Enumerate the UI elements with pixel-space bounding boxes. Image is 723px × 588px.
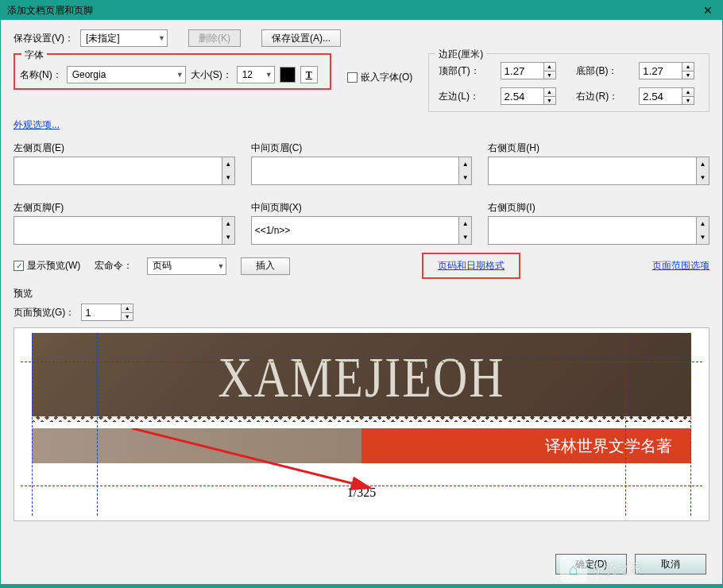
spinner-up-icon[interactable]: ▲ — [544, 63, 555, 72]
margin-top-label: 顶部(T)： — [439, 64, 484, 78]
scroll-down-icon[interactable]: ▼ — [697, 230, 709, 244]
spinner-up-icon[interactable]: ▲ — [682, 63, 694, 72]
dialog-window: 添加文档页眉和页脚 ✕ 保存设置(V)： [未指定] ▼ 删除(K) 保存设置(… — [0, 0, 723, 588]
chevron-down-icon: ▼ — [265, 71, 273, 79]
scroll-up-icon[interactable]: ▲ — [459, 157, 471, 171]
macro-label: 宏命令： — [95, 259, 133, 273]
left-footer-label: 左侧页脚(F) — [14, 201, 235, 215]
margin-bottom-label: 底部(B)： — [576, 64, 623, 78]
page-preview-input[interactable] — [81, 304, 121, 321]
preview-area: XAMEJIEOH 译林世界文学名著 1/325 — [21, 333, 702, 516]
scroll-down-icon[interactable]: ▼ — [459, 230, 471, 244]
right-header-label: 右侧页眉(H) — [488, 141, 709, 155]
preview-label: 预览 — [14, 288, 33, 299]
left-header-input[interactable] — [14, 157, 222, 185]
save-settings-button[interactable]: 保存设置(A)... — [261, 29, 341, 47]
font-group-highlight: 字体 名称(N)： Georgia ▼ 大小(S)： 12 ▼ T — [14, 53, 331, 90]
macro-select-value: 页码 — [153, 259, 172, 273]
page-range-options-link[interactable]: 页面范围选项 — [652, 259, 709, 273]
scroll-up-icon[interactable]: ▲ — [222, 217, 234, 230]
font-name-select[interactable]: Georgia ▼ — [67, 66, 186, 83]
insert-button[interactable]: 插入 — [241, 257, 290, 275]
font-size-value: 12 — [242, 69, 253, 80]
page-preview-spinner[interactable]: ▲▼ — [81, 304, 133, 321]
scroll-down-icon[interactable]: ▼ — [697, 171, 709, 184]
underline-button[interactable]: T — [300, 66, 318, 83]
show-preview-checkbox[interactable]: ✓ — [14, 261, 24, 271]
cancel-button[interactable]: 取消 — [635, 554, 706, 574]
font-size-select[interactable]: 12 ▼ — [237, 66, 275, 83]
center-header-input[interactable] — [251, 157, 459, 185]
margin-group: 边距(厘米) 顶部(T)： ▲▼ 底部(B)： ▲▼ 左边(L)： — [428, 53, 709, 112]
font-legend: 字体 — [21, 48, 47, 62]
page-preview-label: 页面预览(G)： — [14, 306, 75, 319]
scroll-down-icon[interactable]: ▼ — [459, 171, 471, 184]
left-footer-input[interactable] — [14, 216, 222, 245]
appearance-options-link[interactable]: 外观选项... — [14, 119, 60, 130]
margin-legend: 边距(厘米) — [435, 48, 486, 61]
margin-bottom-input[interactable] — [639, 62, 682, 79]
center-footer-label: 中间页脚(X) — [251, 201, 473, 215]
margin-top-spinner[interactable]: ▲▼ — [501, 62, 561, 79]
center-header-label: 中间页眉(C) — [251, 141, 473, 155]
font-size-label: 大小(S)： — [191, 68, 232, 82]
preview-footer-image: 译林世界文学名著 1/325 — [32, 428, 691, 516]
margin-right-label: 右边(R)： — [576, 90, 623, 103]
scroll-down-icon[interactable]: ▼ — [222, 171, 234, 184]
chevron-down-icon: ▼ — [217, 262, 224, 270]
scroll-up-icon[interactable]: ▲ — [697, 157, 709, 171]
scroll-up-icon[interactable]: ▲ — [697, 217, 709, 230]
page-date-format-link[interactable]: 页码和日期格式 — [438, 260, 505, 271]
save-settings-label: 保存设置(V)： — [14, 32, 74, 45]
embed-font-checkbox[interactable] — [347, 72, 358, 83]
preview-header-image: XAMEJIEOH — [32, 333, 691, 422]
font-name-label: 名称(N)： — [20, 68, 62, 82]
spinner-down-icon[interactable]: ▼ — [544, 72, 555, 79]
margin-left-input[interactable] — [501, 87, 543, 105]
margin-right-spinner[interactable]: ▲▼ — [639, 87, 699, 105]
left-header-label: 左侧页眉(E) — [14, 141, 235, 155]
spinner-down-icon[interactable]: ▼ — [544, 97, 555, 105]
right-footer-label: 右侧页脚(I) — [488, 201, 709, 215]
scroll-up-icon[interactable]: ▲ — [459, 217, 471, 230]
chevron-down-icon: ▼ — [176, 71, 184, 79]
save-settings-select[interactable]: [未指定] ▼ — [80, 29, 168, 47]
watermark-text: 系统之家 — [592, 561, 643, 578]
preview-container: XAMEJIEOH 译林世界文学名著 1/325 — [14, 327, 709, 521]
window-title: 添加文档页眉和页脚 — [7, 4, 93, 17]
preview-footer-banner: 译林世界文学名著 — [32, 428, 691, 463]
preview-footer-banner-text: 译林世界文学名著 — [545, 435, 672, 457]
font-name-value: Georgia — [72, 69, 106, 80]
save-settings-value: [未指定] — [86, 32, 120, 45]
margin-left-spinner[interactable]: ▲▼ — [501, 87, 561, 105]
margin-bottom-spinner[interactable]: ▲▼ — [639, 62, 699, 79]
margin-left-label: 左边(L)： — [439, 90, 484, 103]
site-watermark: ⌂ 系统之家 — [560, 555, 643, 582]
spinner-down-icon[interactable]: ▼ — [682, 72, 694, 79]
chevron-down-icon: ▼ — [158, 34, 165, 42]
font-color-swatch[interactable] — [280, 67, 296, 83]
close-button[interactable]: ✕ — [697, 2, 719, 18]
scroll-down-icon[interactable]: ▼ — [222, 230, 234, 244]
margin-right-input[interactable] — [639, 87, 682, 105]
right-header-input[interactable] — [488, 157, 696, 185]
margin-top-input[interactable] — [501, 62, 543, 79]
scroll-up-icon[interactable]: ▲ — [222, 157, 234, 171]
embed-font-label: 嵌入字体(O) — [361, 71, 412, 84]
watermark-logo-icon: ⌂ — [560, 555, 587, 582]
embed-font-checkbox-wrap: 嵌入字体(O) — [347, 71, 412, 84]
preview-page-number: 1/325 — [32, 485, 691, 500]
titlebar: 添加文档页眉和页脚 ✕ — [1, 1, 722, 20]
preview-header-watermark: XAMEJIEOH — [218, 345, 505, 411]
spinner-up-icon[interactable]: ▲ — [544, 88, 555, 97]
spinner-down-icon[interactable]: ▼ — [122, 313, 133, 321]
center-footer-input[interactable] — [251, 216, 459, 245]
macro-select[interactable]: 页码 ▼ — [147, 257, 226, 275]
spinner-up-icon[interactable]: ▲ — [682, 88, 694, 97]
spinner-up-icon[interactable]: ▲ — [122, 304, 133, 313]
delete-button: 删除(K) — [188, 29, 241, 47]
right-footer-input[interactable] — [488, 216, 696, 245]
format-link-highlight: 页码和日期格式 — [422, 253, 520, 279]
spinner-down-icon[interactable]: ▼ — [682, 97, 694, 105]
show-preview-label: 显示预览(W) — [27, 259, 80, 273]
